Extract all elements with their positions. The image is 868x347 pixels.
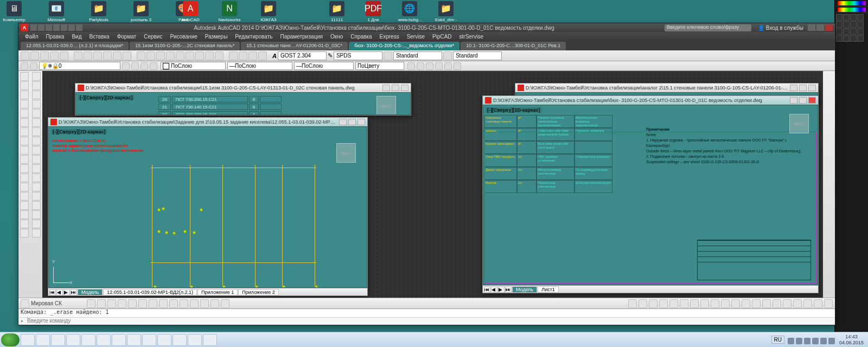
- view-cube[interactable]: Верх: [336, 143, 356, 163]
- menu-item[interactable]: Сервис: [141, 34, 165, 40]
- login-link[interactable]: 👤 Вход в службы: [758, 25, 803, 31]
- dwg-icon: [78, 85, 84, 91]
- color-combo[interactable]: ПоЦвету: [355, 62, 404, 70]
- drawing-canvas[interactable]: [-][Сверху][2D-каркас] Наружные стеновые…: [483, 105, 818, 285]
- desktop: 🖥Компьютер 📧Microsoft Outlook 2010 📁Part…: [0, 0, 868, 347]
- layout-tab[interactable]: Модель: [512, 286, 537, 293]
- menu-item[interactable]: Express: [376, 34, 403, 40]
- task-btn[interactable]: [21, 334, 35, 346]
- status-bar: Мировая СК: [18, 298, 835, 309]
- doc-window-2[interactable]: D:\ЮЖГАЗ\Южно-Тамбей\Установка стабилиза…: [48, 117, 368, 296]
- tab-nav[interactable]: ⏮: [49, 289, 56, 295]
- coords-label: Мировая СК: [31, 300, 85, 306]
- menu-item[interactable]: Редактировать: [232, 34, 276, 40]
- doc-window-1[interactable]: D:\ЮЖГАЗ\Южно-Тамбей\Установка стабилиза…: [75, 83, 411, 115]
- command-output: Команда: _.erase найдено: 1: [18, 309, 835, 317]
- layer-combo[interactable]: 💡❄🔒 0: [39, 62, 120, 70]
- doc-window-4[interactable]: D:\ЮЖГАЗ\Южно-Тамбей\Установка стабилиза…: [482, 95, 819, 293]
- qat-btn[interactable]: [30, 24, 37, 31]
- menu-item[interactable]: Размеры: [202, 34, 231, 40]
- draw-tool[interactable]: [20, 72, 29, 81]
- linetype-combo[interactable]: — ПоСлою: [227, 62, 292, 70]
- status-toggle[interactable]: [21, 299, 29, 308]
- document-tab[interactable]: 15.1 стеновые пане…AY-01206-01-D_03C*: [241, 42, 348, 50]
- dwg-icon: [50, 119, 57, 125]
- minimize-button[interactable]: [808, 24, 815, 31]
- document-tab-active[interactable]: бюх- 3100-G-205-CS-..._ведомость отделки…: [349, 42, 459, 50]
- layout-tabs: ⏮◀▶⏭ Модель 12.055.1-03.01-039.02-МР1-ВД…: [48, 288, 367, 295]
- menu-item[interactable]: Правка: [43, 34, 68, 40]
- max-btn[interactable]: [799, 85, 807, 91]
- right-palette: [823, 71, 835, 298]
- menu-bar: Файл Правка Вид Вставка Формат Сервис Ри…: [18, 32, 835, 41]
- title-block: [697, 240, 811, 280]
- start-button[interactable]: [1, 333, 20, 346]
- layout-tabs: ⏮◀▶⏭ Модель Лист1: [483, 285, 818, 293]
- view-label[interactable]: [-][Сверху][2D-каркас]: [486, 107, 541, 113]
- layout-tab[interactable]: Приложение 1: [197, 289, 238, 295]
- menu-item[interactable]: Справка: [347, 34, 375, 40]
- style-combo[interactable]: Standard: [393, 52, 442, 60]
- search-box[interactable]: Введите ключевое слово/фразу: [665, 24, 751, 31]
- menu-item[interactable]: Вид: [68, 34, 85, 40]
- left-palette-1: [18, 71, 30, 298]
- maximize-button[interactable]: [816, 24, 824, 31]
- menu-item[interactable]: PipCAD: [429, 34, 455, 40]
- min-btn[interactable]: [790, 85, 797, 91]
- dwg-icon: [518, 85, 524, 91]
- close-button[interactable]: [825, 24, 833, 31]
- tool-btn[interactable]: [21, 52, 29, 60]
- linetype-combo[interactable]: ПоСлою: [161, 62, 226, 70]
- view-label[interactable]: [-][Сверху][2D-каркас]: [51, 129, 107, 134]
- document-tab[interactable]: 10.1- 3100-G-205-C…308-01-D_01C Рев.1: [461, 42, 566, 50]
- view-cube[interactable]: Верх: [376, 96, 396, 115]
- toolbar-2: 💡❄🔒 0 ПоСлою — ПоСлою — ПоСлою ПоЦвету: [18, 61, 835, 71]
- layout-tab[interactable]: Модель: [78, 289, 103, 295]
- side-app-panel: [834, 0, 868, 347]
- style-combo[interactable]: Standard: [453, 52, 502, 60]
- menu-item[interactable]: Файл: [22, 34, 42, 40]
- layout-tab[interactable]: 12.055.1-03.01-039.02-МР1-ВД2(л.2.1): [103, 289, 197, 295]
- spds-combo[interactable]: SPDS: [334, 52, 382, 60]
- menu-item[interactable]: Рисование: [167, 34, 200, 40]
- menu-item[interactable]: Окно: [327, 34, 346, 40]
- panel-table: 20ПСТ 730.200.15-С216 21ПСТ 730.140.15-С…: [157, 95, 283, 115]
- side-btn[interactable]: [836, 14, 843, 21]
- doc-title: D:\ЮЖГАЗ\Южно-Тамбей\Установка стабилиза…: [526, 85, 788, 91]
- menu-item[interactable]: Вставка: [86, 34, 112, 40]
- menu-item[interactable]: Servise: [404, 34, 428, 40]
- app-logo[interactable]: A: [21, 24, 28, 31]
- layout-tab[interactable]: Приложение 2: [238, 289, 278, 295]
- drawing-canvas[interactable]: [-][Сверху][2D-каркас] согласование с ОО…: [48, 126, 367, 288]
- close-btn[interactable]: [808, 97, 816, 104]
- doc-title: D:\ЮЖГАЗ\Южно-Тамбей\Установка стабилиза…: [59, 119, 337, 125]
- document-tabs: 12.055.1-03.01-039.0… (л.2.1) и площадки…: [18, 41, 835, 50]
- gradient-bar: [838, 1, 866, 5]
- menu-item[interactable]: strServise: [456, 34, 487, 40]
- document-tab[interactable]: 15.1изм 3100-G-205-…2C стеновая панель*: [130, 42, 240, 50]
- left-palette-2: [30, 71, 42, 298]
- linetype-combo[interactable]: — ПоСлою: [294, 62, 354, 70]
- lang-indicator[interactable]: RU: [771, 336, 784, 344]
- notes-block: Примечания Notes 1. Наружная отделка - т…: [646, 127, 801, 165]
- close-btn[interactable]: [808, 85, 816, 91]
- menu-item[interactable]: Параметризация: [277, 34, 326, 40]
- doc-title: D:\ЮЖГАЗ\Южно-Тамбей\Установка стабилиза…: [493, 98, 788, 103]
- view-label[interactable]: [-][Сверху][2D-каркас]: [78, 95, 134, 100]
- work-area: D:\ЮЖГАЗ\Южно-Тамбей\Установка стабилиза…: [18, 71, 835, 298]
- font-combo[interactable]: GOST 2.304: [278, 52, 327, 60]
- view-cube[interactable]: Верх: [789, 114, 809, 133]
- side-app-buttons: [835, 13, 868, 43]
- schedule-table: Наружные стеновые панелим²Панели стеновы…: [484, 115, 617, 282]
- taskbar: RU 14:4304.06.2015: [0, 332, 868, 347]
- window-title: Autodesk AutoCAD 2014 D:\ЮЖГАЗ\Южно-Тамб…: [87, 25, 661, 31]
- document-tab[interactable]: 12.055.1-03.01-039.0… (л.2.1) и площадки…: [21, 42, 129, 50]
- doc-title: D:\ЮЖГАЗ\Южно-Тамбей\Установка стабилиза…: [86, 85, 381, 91]
- clock[interactable]: 14:4304.06.2015: [836, 334, 867, 346]
- command-input[interactable]: ▸ Введите команду: [18, 317, 835, 325]
- layout-tab[interactable]: Лист1: [538, 286, 559, 293]
- gradient-bar: [838, 8, 866, 12]
- menu-item[interactable]: Формат: [114, 34, 140, 40]
- mdi-area[interactable]: D:\ЮЖГАЗ\Южно-Тамбей\Установка стабилиза…: [42, 71, 823, 298]
- title-bar[interactable]: A Autodesk AutoCAD 2014 D:\ЮЖГАЗ\Южно-Та…: [18, 23, 835, 32]
